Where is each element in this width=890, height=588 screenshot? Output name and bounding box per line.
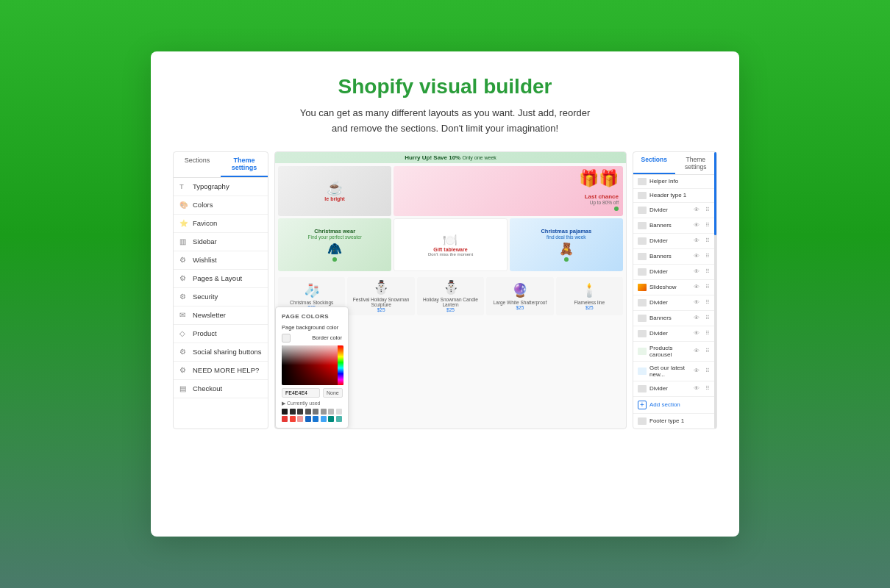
swatch-6[interactable] (321, 409, 327, 415)
drag-handle-banners-3[interactable]: ⠿ (703, 314, 712, 323)
color-row-bg: Page background color (282, 324, 342, 331)
drag-handle-slideshow[interactable]: ⠿ (703, 283, 712, 292)
currently-used-label: ▶ Currently used (282, 401, 342, 406)
gradient-overlay (282, 345, 343, 385)
right-item-banners-3[interactable]: Banners 👁 ⠿ (633, 311, 716, 326)
right-item-divider-2[interactable]: Divider 👁 ⠿ (633, 234, 716, 249)
sidebar-item-product[interactable]: ◇ Product (174, 325, 268, 343)
sidebar-item-wishlist[interactable]: ⚙ Wishlist (174, 251, 268, 270)
sidebar-item-sidebar[interactable]: ▥ Sidebar (174, 233, 268, 251)
drag-handle-divider-5[interactable]: ⠿ (703, 329, 712, 338)
right-item-slideshow[interactable]: Slideshow 👁 ⠿ (633, 280, 716, 295)
footer-icon (638, 417, 647, 425)
drag-handle-products-carousel[interactable]: ⠿ (703, 347, 712, 356)
right-item-banners-2[interactable]: Banners 👁 ⠿ (633, 249, 716, 265)
swatch-1[interactable] (282, 409, 288, 415)
page-title: Shopify visual builder (173, 75, 717, 98)
right-item-products-carousel[interactable]: Products carousel 👁 ⠿ (633, 342, 716, 362)
typography-icon: T (179, 182, 188, 191)
hex-input[interactable] (282, 388, 320, 398)
tab-sections[interactable]: Sections (174, 152, 221, 177)
eye-button-banners-3[interactable]: 👁 (692, 314, 701, 323)
eye-button-divider-5[interactable]: 👁 (692, 329, 701, 338)
sidebar-item-security[interactable]: ⚙ Security (174, 288, 268, 306)
eye-button-divider-3[interactable]: 👁 (692, 268, 701, 276)
swatch-5[interactable] (313, 409, 318, 415)
swatch-10[interactable] (290, 416, 296, 422)
right-item-newsletter[interactable]: Get our latest new... 👁 ⠿ (633, 362, 716, 381)
header-icon (638, 192, 647, 199)
sidebar-item-favicon[interactable]: ⭐ Favicon (174, 215, 268, 233)
eye-button-banners-1[interactable]: 👁 (692, 221, 701, 230)
sidebar-item-typography[interactable]: T Typography (174, 178, 268, 196)
tab-theme-settings[interactable]: Theme settings (221, 152, 268, 177)
products-carousel-icon (638, 348, 647, 355)
eye-button-divider-6[interactable]: 👁 (692, 384, 701, 393)
product-icon: ◇ (179, 329, 188, 338)
green-dot-pajamas (564, 257, 569, 262)
sidebar-icon: ▥ (179, 237, 188, 246)
color-gradient-box[interactable] (282, 345, 343, 385)
sidebar-item-checkout[interactable]: ▤ Checkout (174, 380, 268, 398)
swatch-9[interactable] (282, 416, 288, 422)
eye-button-divider-4[interactable]: 👁 (692, 298, 701, 307)
drag-handle-divider-1[interactable]: ⠿ (703, 206, 712, 215)
eye-button-divider-1[interactable]: 👁 (692, 206, 701, 215)
drag-handle-divider-3[interactable]: ⠿ (703, 268, 712, 276)
swatch-15[interactable] (328, 416, 334, 422)
sidebar-item-newsletter[interactable]: ✉ Newsletter (174, 306, 268, 325)
right-item-divider-4[interactable]: Divider 👁 ⠿ (633, 295, 716, 311)
pages-layout-icon: ⚙ (179, 274, 188, 283)
right-item-helper-info[interactable]: Helper Info (633, 175, 716, 189)
drag-handle-banners-2[interactable]: ⠿ (703, 252, 712, 261)
sidebar-item-colors[interactable]: 🎨 Colors (174, 196, 268, 215)
swatch-2[interactable] (290, 409, 296, 415)
preview-top-banner: Hurry Up! Save 10% Only one week (275, 152, 626, 163)
swatch-7[interactable] (328, 409, 334, 415)
swatch-12[interactable] (305, 416, 311, 422)
swatch-14[interactable] (321, 416, 327, 422)
eye-button-products-carousel[interactable]: 👁 (692, 347, 701, 356)
sidebar-item-help[interactable]: ⚙ NEED MORE HELP? (174, 362, 268, 380)
eye-button-banners-2[interactable]: 👁 (692, 252, 701, 261)
right-tab-sections[interactable]: Sections (633, 152, 675, 174)
helper-info-icon (638, 178, 647, 185)
banners-icon-3 (638, 315, 647, 322)
add-section-button[interactable]: + Add section (633, 397, 716, 414)
scrollbar-track (714, 152, 716, 429)
drag-handle-banners-1[interactable]: ⠿ (703, 221, 712, 230)
drag-handle-divider-6[interactable]: ⠿ (703, 384, 712, 393)
drag-handle-divider-2[interactable]: ⠿ (703, 237, 712, 245)
help-icon: ⚙ (179, 366, 188, 375)
color-picker-popup: PAGE COLORS Page background color Border… (275, 306, 349, 429)
swatch-8[interactable] (336, 409, 342, 415)
right-footer-item[interactable]: Footer type 1 (633, 414, 716, 429)
banners-icon-1 (638, 222, 647, 229)
right-item-divider-3[interactable]: Divider 👁 ⠿ (633, 265, 716, 280)
border-color-swatch[interactable] (282, 334, 291, 343)
green-dot-wear (332, 257, 337, 262)
sidebar-item-social-sharing[interactable]: ⚙ Social sharing buttons (174, 343, 268, 362)
right-item-divider-5[interactable]: Divider 👁 ⠿ (633, 326, 716, 342)
sidebar-tabs: Sections Theme settings (174, 152, 268, 178)
eye-button-divider-2[interactable]: 👁 (692, 237, 701, 245)
colors-icon: 🎨 (179, 201, 188, 209)
swatch-4[interactable] (305, 409, 311, 415)
eye-button-slideshow[interactable]: 👁 (692, 283, 701, 292)
drag-handle-divider-4[interactable]: ⠿ (703, 298, 712, 307)
swatch-11[interactable] (297, 416, 303, 422)
drag-handle-newsletter[interactable]: ⠿ (703, 367, 712, 376)
right-tab-theme[interactable]: Theme settings (675, 152, 717, 174)
swatch-3[interactable] (297, 409, 303, 415)
sidebar-item-pages-layout[interactable]: ⚙ Pages & Layout (174, 270, 268, 288)
right-item-divider-1[interactable]: Divider 👁 ⠿ (633, 203, 716, 218)
right-item-banners-1[interactable]: Banners 👁 ⠿ (633, 218, 716, 234)
scrollbar-thumb[interactable] (714, 152, 716, 235)
swatch-16[interactable] (336, 416, 342, 422)
right-item-divider-6[interactable]: Divider 👁 ⠿ (633, 381, 716, 397)
right-item-header[interactable]: Header type 1 (633, 189, 716, 203)
swatch-13[interactable] (313, 416, 318, 422)
eye-button-newsletter[interactable]: 👁 (692, 367, 701, 376)
none-button[interactable]: None (323, 388, 343, 398)
security-icon: ⚙ (179, 293, 188, 301)
